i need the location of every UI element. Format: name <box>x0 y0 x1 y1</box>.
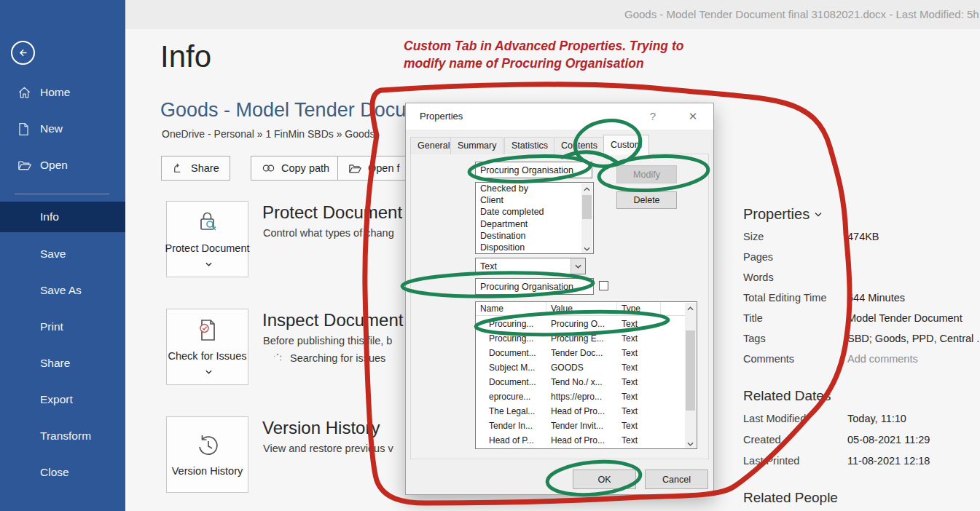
lock-key-icon <box>193 208 222 237</box>
listbox-item[interactable]: Department <box>476 218 593 230</box>
sidebar-item-save[interactable]: Save <box>0 243 125 265</box>
tab-custom[interactable]: Custom <box>603 135 649 155</box>
property-row: Tags SBD; Goods, PPD, Central ... <box>743 333 980 353</box>
listbox-item[interactable]: Client <box>476 194 593 206</box>
related-people-header: Related People <box>743 490 838 506</box>
property-row: Words <box>743 272 980 292</box>
sidebar-item-close[interactable]: Close <box>0 462 125 483</box>
scroll-up-icon[interactable] <box>581 183 592 194</box>
tab-summary[interactable]: Summary <box>450 137 503 154</box>
delete-button[interactable]: Delete <box>616 191 677 209</box>
related-dates-header: Related Dates <box>743 388 831 404</box>
properties-panel-header[interactable]: Properties <box>743 206 822 223</box>
listbox-item[interactable]: Destination <box>476 230 593 242</box>
version-history-button[interactable]: Version History <box>166 416 248 493</box>
share-button[interactable]: Share <box>161 156 230 181</box>
tab-statistics[interactable]: Statistics <box>504 137 555 154</box>
property-row: Total Editing Time 644 Minutes <box>743 292 980 312</box>
sidebar-item-transform[interactable]: Transform <box>0 425 125 447</box>
list-scrollbar[interactable] <box>685 303 696 449</box>
related-date-label: Last Printed <box>743 455 799 467</box>
home-icon <box>17 85 32 100</box>
open-file-location-label: Open f <box>368 162 400 174</box>
sidebar-item-label: Home <box>40 86 70 99</box>
link-to-content-checkbox[interactable] <box>599 281 608 290</box>
modify-button[interactable]: Modify <box>616 165 677 183</box>
searching-status-label: Searching for issues <box>290 352 385 364</box>
breadcrumb: OneDrive - Personal » 1 FinMin SBDs » Go… <box>162 128 375 140</box>
listbox-item[interactable]: Checked by <box>476 183 593 194</box>
protect-document-button[interactable]: Protect Document <box>166 201 248 277</box>
cancel-button[interactable]: Cancel <box>645 470 708 489</box>
sidebar-item-info[interactable]: Info <box>0 202 125 232</box>
table-row[interactable]: The Legal...Head of Pro...Text <box>476 404 686 419</box>
dialog-title-bar[interactable]: Properties ? ✕ <box>406 103 713 130</box>
sidebar-item-save-as[interactable]: Save As <box>0 280 125 301</box>
add-comments-field[interactable]: Add comments <box>847 353 918 365</box>
property-name-listbox[interactable]: Checked by Client Date completed Departm… <box>475 182 594 254</box>
copy-path-button-label: Copy path <box>281 162 329 174</box>
sidebar-item-export[interactable]: Export <box>0 389 125 411</box>
property-value: 644 Minutes <box>847 292 905 304</box>
custom-properties-list[interactable]: Name Value Type Procuring...Procuring O.… <box>475 301 697 449</box>
listbox-item[interactable]: Date completed <box>476 206 593 218</box>
property-row: Title Model Tender Document <box>743 312 980 333</box>
related-date-label: Last Modified <box>743 413 806 424</box>
backstage-sidebar: Home New Open Info Save Save As Print <box>0 0 125 511</box>
property-label: Title <box>743 312 763 324</box>
protect-document-heading: Protect Document <box>262 202 402 223</box>
sidebar-item-open[interactable]: Open <box>0 154 125 176</box>
share-icon <box>172 162 185 175</box>
sidebar-item-share[interactable]: Share <box>0 352 125 374</box>
spinner-icon <box>273 353 283 363</box>
check-for-issues-button-label: Check for Issues <box>167 349 248 378</box>
table-row[interactable]: Procuring...Procuring E...Text <box>476 331 686 346</box>
property-row: Size 474KB <box>743 231 980 251</box>
type-dropdown[interactable]: Text <box>475 258 586 274</box>
property-label: Tags <box>743 333 766 344</box>
scrollbar-thumb[interactable] <box>582 195 592 219</box>
help-icon[interactable]: ? <box>643 108 662 125</box>
table-row[interactable]: Tender In...Tender Invit...Text <box>476 419 686 433</box>
scroll-up-icon[interactable] <box>685 303 696 314</box>
word-backstage-info: Goods - Model Tender Document final 3108… <box>0 0 980 511</box>
table-row[interactable]: Document...Tender Doc...Text <box>476 346 686 360</box>
document-title: Goods - Model Tender Docu <box>160 99 406 122</box>
back-button[interactable] <box>11 41 35 65</box>
column-header-name[interactable]: Name <box>476 302 546 315</box>
table-row[interactable]: Document...Tend No./ x...Text <box>476 375 686 389</box>
scroll-down-icon[interactable] <box>581 243 592 254</box>
page-title: Info <box>160 39 211 74</box>
listbox-scrollbar[interactable] <box>581 183 592 254</box>
sidebar-item-label: New <box>40 122 63 135</box>
chevron-down-icon[interactable] <box>571 258 585 274</box>
sidebar-item-home[interactable]: Home <box>0 82 125 103</box>
dialog-title: Properties <box>420 111 463 122</box>
close-icon[interactable]: ✕ <box>683 108 703 125</box>
table-row[interactable]: Head of P...Head of Pro...Text <box>476 433 686 448</box>
value-input[interactable] <box>475 278 594 295</box>
column-header-type[interactable]: Type <box>617 302 661 315</box>
listbox-item[interactable]: Disposition <box>476 242 593 253</box>
scrollbar-thumb[interactable] <box>686 330 695 411</box>
table-row[interactable]: eprocure...https://epro...Text <box>476 389 686 404</box>
table-row[interactable]: Subject M...GOODSText <box>476 360 686 375</box>
properties-panel: Properties Size 474KB Pages Words Total … <box>743 29 980 511</box>
copy-path-button[interactable]: Copy path <box>251 156 340 181</box>
column-header-value[interactable]: Value <box>546 302 617 315</box>
chevron-down-icon <box>205 364 212 379</box>
tab-contents[interactable]: Contents <box>554 137 605 154</box>
sidebar-item-print[interactable]: Print <box>0 316 125 338</box>
related-date-row: Created 05-08-2021 11:29 <box>743 434 980 454</box>
sidebar-item-new[interactable]: New <box>0 118 125 140</box>
name-input[interactable] <box>475 162 592 178</box>
sidebar-item-label: Transform <box>40 429 91 443</box>
check-for-issues-button[interactable]: Check for Issues <box>166 309 248 385</box>
scroll-down-icon[interactable] <box>685 438 696 449</box>
window-title-bar: Goods - Model Tender Document final 3108… <box>125 0 980 29</box>
ok-button[interactable]: OK <box>573 470 636 489</box>
searching-status: Searching for issues <box>273 352 385 364</box>
folder-icon <box>348 162 362 175</box>
property-value: Model Tender Document <box>847 312 963 324</box>
table-row[interactable]: Procuring...Procuring O...Text <box>476 317 686 331</box>
